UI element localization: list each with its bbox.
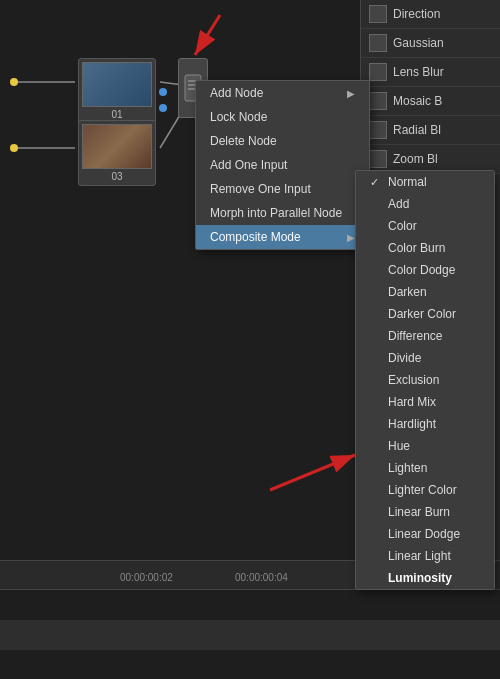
blend-item-normal[interactable]: ✓ Normal (356, 171, 494, 193)
blend-label-hard-mix: Hard Mix (388, 395, 436, 409)
blend-label-exclusion: Exclusion (388, 373, 439, 387)
lens-blur-icon (369, 63, 387, 81)
blend-item-difference[interactable]: Difference (356, 325, 494, 347)
blend-label-hue: Hue (388, 439, 410, 453)
right-panel-label-gaussian: Gaussian (393, 36, 444, 50)
node-01[interactable]: 01 (78, 58, 156, 124)
right-panel-item-radial-blur[interactable]: Radial Bl (361, 116, 500, 145)
right-panel-item-direction[interactable]: Direction (361, 0, 500, 29)
blend-label-color-dodge: Color Dodge (388, 263, 455, 277)
right-panel-label-radial-blur: Radial Bl (393, 123, 441, 137)
blend-item-luminosity[interactable]: Luminosity (356, 567, 494, 589)
context-menu-label-delete-node: Delete Node (210, 134, 277, 148)
right-panel-item-mosaic[interactable]: Mosaic B (361, 87, 500, 116)
right-panel-label-direction: Direction (393, 7, 440, 21)
context-menu-label-composite-mode: Composite Mode (210, 230, 301, 244)
blend-mode-submenu[interactable]: ✓ Normal Add Color Color Burn Color Dodg… (355, 170, 495, 590)
node-01-label: 01 (82, 109, 152, 120)
context-menu-label-add-node: Add Node (210, 86, 263, 100)
zoom-blur-icon (369, 150, 387, 168)
blend-label-normal: Normal (388, 175, 427, 189)
blend-item-linear-dodge[interactable]: Linear Dodge (356, 523, 494, 545)
right-panel-item-gaussian[interactable]: Gaussian (361, 29, 500, 58)
timeline-body (0, 590, 500, 679)
blend-item-add[interactable]: Add (356, 193, 494, 215)
context-menu-item-add-one-input[interactable]: Add One Input (196, 153, 369, 177)
context-menu-label-morph-parallel: Morph into Parallel Node (210, 206, 342, 220)
timeline-marker-1: 00:00:00:02 (120, 572, 173, 583)
direction-icon (369, 5, 387, 23)
port-yellow-top[interactable] (10, 78, 18, 86)
node-03-label: 03 (82, 171, 152, 182)
port-blue-03-out[interactable] (159, 104, 167, 112)
blend-label-linear-light: Linear Light (388, 549, 451, 563)
blend-item-lighter-color[interactable]: Lighter Color (356, 479, 494, 501)
blend-label-darken: Darken (388, 285, 427, 299)
node-01-thumbnail (82, 62, 152, 107)
right-panel-label-mosaic: Mosaic B (393, 94, 442, 108)
context-menu-item-composite-mode[interactable]: Composite Mode ▶ (196, 225, 369, 249)
blend-label-divide: Divide (388, 351, 421, 365)
port-blue-01-out[interactable] (159, 88, 167, 96)
blend-check-normal: ✓ (370, 176, 382, 189)
blend-item-lighten[interactable]: Lighten (356, 457, 494, 479)
context-menu-item-lock-node[interactable]: Lock Node (196, 105, 369, 129)
context-menu-item-add-node[interactable]: Add Node ▶ (196, 81, 369, 105)
context-menu-item-morph-parallel[interactable]: Morph into Parallel Node (196, 201, 369, 225)
blend-label-linear-burn: Linear Burn (388, 505, 450, 519)
port-yellow-bottom[interactable] (10, 144, 18, 152)
blend-item-darker-color[interactable]: Darker Color (356, 303, 494, 325)
context-menu-label-lock-node: Lock Node (210, 110, 267, 124)
blend-label-linear-dodge: Linear Dodge (388, 527, 460, 541)
radial-blur-icon (369, 121, 387, 139)
svg-line-10 (195, 15, 220, 55)
blend-item-hue[interactable]: Hue (356, 435, 494, 457)
blend-item-hardlight[interactable]: Hardlight (356, 413, 494, 435)
right-panel-item-lens-blur[interactable]: Lens Blur (361, 58, 500, 87)
blend-item-color-dodge[interactable]: Color Dodge (356, 259, 494, 281)
right-panel-label-lens-blur: Lens Blur (393, 65, 444, 79)
blend-label-difference: Difference (388, 329, 442, 343)
blend-item-divide[interactable]: Divide (356, 347, 494, 369)
blend-label-darker-color: Darker Color (388, 307, 456, 321)
context-menu-label-add-one-input: Add One Input (210, 158, 287, 172)
mosaic-icon (369, 92, 387, 110)
submenu-arrow-add-node: ▶ (347, 88, 355, 99)
blend-label-hardlight: Hardlight (388, 417, 436, 431)
context-menu-item-delete-node[interactable]: Delete Node (196, 129, 369, 153)
blend-label-color: Color (388, 219, 417, 233)
blend-item-linear-light[interactable]: Linear Light (356, 545, 494, 567)
gaussian-icon (369, 34, 387, 52)
blend-item-exclusion[interactable]: Exclusion (356, 369, 494, 391)
blend-item-color[interactable]: Color (356, 215, 494, 237)
context-menu-label-remove-one-input: Remove One Input (210, 182, 311, 196)
blend-mode-list: ✓ Normal Add Color Color Burn Color Dodg… (356, 171, 494, 590)
right-panel-list: Direction Gaussian Lens Blur Mosaic B Ra… (361, 0, 500, 174)
node-03-thumbnail (82, 124, 152, 169)
blend-label-lighten: Lighten (388, 461, 427, 475)
blend-label-add: Add (388, 197, 409, 211)
timeline-track (0, 620, 500, 650)
right-panel-label-zoom-blur: Zoom Bl (393, 152, 438, 166)
context-menu[interactable]: Add Node ▶ Lock Node Delete Node Add One… (195, 80, 370, 250)
svg-line-12 (270, 455, 355, 490)
blend-item-color-burn[interactable]: Color Burn (356, 237, 494, 259)
blend-item-multiply[interactable]: Multiply (356, 589, 494, 590)
blend-label-lighter-color: Lighter Color (388, 483, 457, 497)
blend-label-color-burn: Color Burn (388, 241, 445, 255)
blend-label-luminosity: Luminosity (388, 571, 452, 585)
timeline-marker-2: 00:00:00:04 (235, 572, 288, 583)
context-menu-list: Add Node ▶ Lock Node Delete Node Add One… (196, 81, 369, 249)
submenu-arrow-composite-mode: ▶ (347, 232, 355, 243)
blend-item-hard-mix[interactable]: Hard Mix (356, 391, 494, 413)
blend-item-linear-burn[interactable]: Linear Burn (356, 501, 494, 523)
node-03[interactable]: 03 (78, 120, 156, 186)
context-menu-item-remove-one-input[interactable]: Remove One Input (196, 177, 369, 201)
blend-item-darken[interactable]: Darken (356, 281, 494, 303)
